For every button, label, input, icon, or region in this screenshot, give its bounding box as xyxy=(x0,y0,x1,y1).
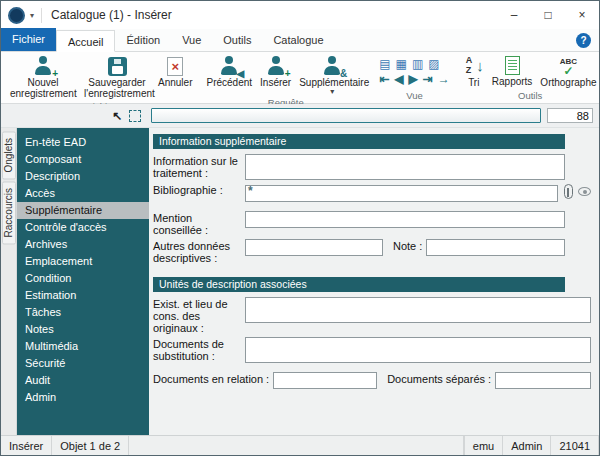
quick-access-caret[interactable]: ▾ xyxy=(30,8,42,23)
documents-relation-label: Documents en relation : xyxy=(153,372,273,385)
tab-edition[interactable]: Édition xyxy=(115,29,171,51)
section-header-unites-description: Unités de description associées xyxy=(153,277,565,292)
view-mode-buttons: ▤ ▦ ▥ ▨ xyxy=(379,58,450,70)
sidebar-item-condition[interactable]: Condition xyxy=(17,270,149,287)
sidebar-item-taches[interactable]: Tâches xyxy=(17,304,149,321)
save-icon xyxy=(108,57,127,76)
cancel-icon: × xyxy=(167,57,183,76)
record-count: 88 xyxy=(547,108,593,123)
first-record-icon[interactable]: ⇤ xyxy=(379,73,389,86)
supplementary-icon: & xyxy=(321,56,343,76)
tab-sidebar: En-tête EAD Composant Description Accès … xyxy=(17,128,149,435)
chevron-down-icon: ▾ xyxy=(330,88,334,95)
sidebar-item-emplacement[interactable]: Emplacement xyxy=(17,253,149,270)
sidebar-item-controle-acces[interactable]: Contrôle d'accès xyxy=(17,219,149,236)
record-navigation: ⇤ ◀ ▶ ⇥ → xyxy=(379,73,450,86)
mention-label: Mention conseillée : xyxy=(153,211,245,236)
traitement-label: Information sur le traitement : xyxy=(153,154,245,179)
sidebar-item-supplementaire[interactable]: Supplémentaire xyxy=(17,202,149,219)
tab-onglets[interactable]: Onglets xyxy=(2,131,16,179)
tab-catalogue[interactable]: Catalogue xyxy=(262,29,334,51)
sidebar-item-audit[interactable]: Audit xyxy=(17,372,149,389)
form-area: Information supplémentaire Information s… xyxy=(149,128,599,435)
tab-outils[interactable]: Outils xyxy=(212,29,262,51)
ribbon-group-fichier: + Nouvel enregistrement Sauvegarder l'en… xyxy=(3,52,199,103)
list-view-icon[interactable]: ▤ xyxy=(379,58,390,70)
tab-vue[interactable]: Vue xyxy=(171,29,212,51)
reports-button[interactable]: Rapports xyxy=(489,54,536,88)
spellcheck-icon: ABC ✓ xyxy=(560,56,577,76)
sidebar-item-composant[interactable]: Composant xyxy=(17,151,149,168)
new-record-button[interactable]: + Nouvel enregistrement xyxy=(7,54,79,100)
maximize-button[interactable]: □ xyxy=(531,1,565,29)
documents-separes-input[interactable] xyxy=(495,372,591,389)
window-controls: – □ × xyxy=(497,1,599,29)
bibliographie-input[interactable] xyxy=(245,185,558,202)
mention-input[interactable] xyxy=(245,211,565,228)
status-record-position: Objet 1 de 2 xyxy=(52,436,129,455)
ribbon-group-requete: ◀ Précédent + Insérer & Supplémentaire ▾… xyxy=(199,52,372,103)
group-label-outils: Outils xyxy=(461,89,600,103)
save-record-button[interactable]: Sauvegarder l'enregistrement xyxy=(81,54,153,100)
previous-query-button[interactable]: ◀ Précédent xyxy=(203,54,255,89)
traitement-input[interactable] xyxy=(245,154,565,180)
tab-fichier[interactable]: Fichier xyxy=(1,28,56,51)
select-region-icon[interactable] xyxy=(129,110,141,122)
report-document-icon xyxy=(505,56,520,75)
sidebar-item-archives[interactable]: Archives xyxy=(17,236,149,253)
status-port: 21041 xyxy=(551,436,599,455)
details-view-icon[interactable]: ▥ xyxy=(412,58,423,70)
next-record-icon[interactable]: ▶ xyxy=(408,73,417,86)
close-button[interactable]: × xyxy=(565,1,599,29)
section-header-information-supplementaire: Information supplémentaire xyxy=(153,134,565,149)
ribbon-group-vue: ▤ ▦ ▥ ▨ ⇤ ◀ ▶ ⇥ → Vue xyxy=(372,52,457,103)
cursor-icon[interactable]: ↖ xyxy=(112,110,122,122)
tab-raccourcis[interactable]: Raccourcis xyxy=(2,181,16,244)
insert-button[interactable]: + Insérer xyxy=(257,54,294,89)
autres-donnees-label: Autres données descriptives : xyxy=(153,239,245,264)
sidebar-item-securite[interactable]: Sécurité xyxy=(17,355,149,372)
status-mode: Insérer xyxy=(1,436,52,455)
spellcheck-button[interactable]: ABC ✓ Orthographe xyxy=(537,54,599,89)
sidebar-item-admin[interactable]: Admin xyxy=(17,389,149,406)
status-group: Admin xyxy=(503,436,551,455)
supplementary-button[interactable]: & Supplémentaire ▾ xyxy=(296,54,368,96)
note-input[interactable] xyxy=(426,239,565,256)
window-title: Catalogue (1) - Insérer xyxy=(51,8,172,22)
documents-substitution-input[interactable] xyxy=(245,337,591,363)
summary-field[interactable] xyxy=(151,108,541,123)
sort-button[interactable]: A Z ↓ Tri xyxy=(461,54,487,89)
sidebar-item-multimedia[interactable]: Multimédia xyxy=(17,338,149,355)
sidebar-item-entete-ead[interactable]: En-tête EAD xyxy=(17,134,149,151)
minimize-button[interactable]: – xyxy=(497,1,531,29)
documents-relation-input[interactable] xyxy=(273,372,377,389)
previous-icon: ◀ xyxy=(218,56,240,76)
documents-separes-label: Documents séparés : xyxy=(377,372,495,385)
group-label-vue: Vue xyxy=(376,89,453,103)
goto-record-icon[interactable]: → xyxy=(438,73,450,86)
attachment-icon[interactable] xyxy=(564,184,573,199)
titlebar: ▾ Catalogue (1) - Insérer – □ × xyxy=(1,1,599,29)
sidebar-mode-tabs: Onglets Raccourcis xyxy=(1,128,17,435)
table-view-icon[interactable]: ▦ xyxy=(396,58,407,70)
sidebar-item-acces[interactable]: Accès xyxy=(17,185,149,202)
cancel-button[interactable]: × Annuler xyxy=(155,54,195,89)
bibliographie-label: Bibliographie : xyxy=(153,183,245,196)
autres-donnees-input[interactable] xyxy=(245,239,383,256)
app-window: ▾ Catalogue (1) - Insérer – □ × Fichier … xyxy=(0,0,600,456)
previous-record-icon[interactable]: ◀ xyxy=(394,73,403,86)
status-user: emu xyxy=(464,436,503,455)
view-attachment-icon[interactable] xyxy=(578,187,591,196)
existence-originaux-input[interactable] xyxy=(245,297,591,323)
last-record-icon[interactable]: ⇥ xyxy=(423,73,433,86)
app-icon[interactable] xyxy=(8,7,25,24)
sidebar-item-estimation[interactable]: Estimation xyxy=(17,287,149,304)
sidebar-item-description[interactable]: Description xyxy=(17,168,149,185)
help-icon[interactable]: ? xyxy=(576,33,591,48)
note-label: Note : xyxy=(383,239,426,252)
window-body: Onglets Raccourcis En-tête EAD Composant… xyxy=(1,128,599,435)
sidebar-item-notes[interactable]: Notes xyxy=(17,321,149,338)
page-view-icon[interactable]: ▨ xyxy=(428,58,439,70)
tab-accueil[interactable]: Accueil xyxy=(56,30,115,52)
status-spacer xyxy=(129,436,464,455)
